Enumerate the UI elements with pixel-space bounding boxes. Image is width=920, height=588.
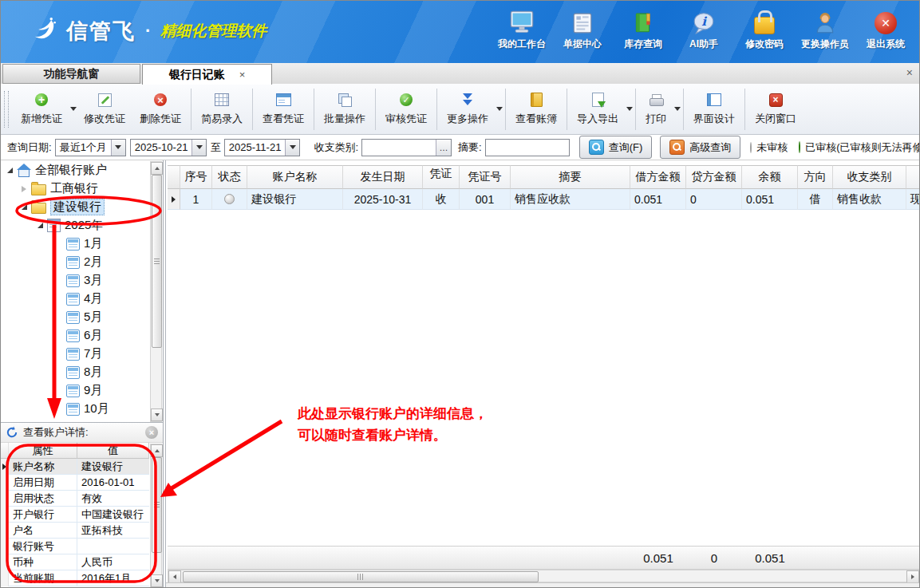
grid-horizontal-scrollbar[interactable] [168, 570, 920, 582]
tree-item-month[interactable]: 7月 [1, 345, 149, 363]
detail-scrollbar-thumb[interactable] [152, 457, 162, 553]
tab-close-icon[interactable]: × [239, 69, 246, 81]
tree-scrollbar[interactable] [150, 161, 162, 422]
import-export-dropdown-icon[interactable] [626, 107, 633, 111]
tree-item-all-accounts[interactable]: 全部银行账户 [1, 161, 149, 180]
col-balance[interactable]: 余额 [742, 165, 798, 189]
tab-nav-window[interactable]: 功能导航窗 [2, 64, 140, 84]
tree-item-month[interactable]: 3月 [1, 271, 149, 290]
scroll-left-icon[interactable] [168, 570, 181, 583]
cell-debit: 0.051 [630, 189, 686, 210]
detail-row[interactable]: 户名 亚拓科技 [1, 523, 149, 539]
tree-item-month[interactable]: 6月 [1, 326, 149, 345]
detail-row[interactable]: 账户名称 建设银行 [1, 459, 149, 475]
tree-item-month[interactable]: 10月 [1, 400, 149, 418]
nav-item-exit[interactable]: 退出系统 [855, 7, 916, 51]
expander-icon[interactable] [34, 223, 45, 228]
expander-icon[interactable] [18, 204, 30, 210]
audit-voucher-button[interactable]: 审核凭证 [378, 87, 434, 132]
tree-item-month[interactable]: 9月 [1, 381, 149, 400]
col-seq[interactable]: 序号 [180, 165, 212, 189]
print-dropdown-icon[interactable] [673, 107, 681, 111]
detail-row[interactable]: 开户银行 中国建设银行 [1, 507, 149, 523]
journal-row[interactable]: 1 建设银行 2025-10-31 收 001 销售应收款 0.051 0 0.… [168, 189, 920, 210]
search-button[interactable]: 查询(F) [579, 136, 653, 159]
scroll-down-icon[interactable] [151, 408, 163, 421]
monitor-icon [509, 7, 535, 34]
add-voucher-button[interactable]: 新增凭证 [14, 87, 69, 132]
more-actions-dropdown-icon[interactable] [496, 107, 503, 111]
nav-item-password[interactable]: 修改密码 [734, 7, 795, 51]
chevron-down-icon[interactable] [285, 140, 299, 156]
nav-item-workbench[interactable]: 我的工作台 [492, 7, 552, 51]
chevron-down-icon[interactable] [192, 140, 206, 156]
expander-icon[interactable] [4, 168, 15, 173]
tab-bank-journal[interactable]: 银行日记账 × [142, 64, 272, 85]
print-button[interactable]: 打印 [638, 87, 673, 132]
summary-input[interactable] [485, 139, 570, 156]
category-input[interactable] [362, 140, 436, 156]
date-preset-select[interactable]: 最近1个月 [55, 139, 126, 156]
scroll-down-icon[interactable] [151, 574, 163, 587]
panel-close-icon[interactable] [145, 426, 158, 439]
date-from-select[interactable]: 2025-10-21 [130, 139, 207, 156]
nav-item-inventory[interactable]: 库存查询 [613, 7, 673, 51]
refresh-icon[interactable] [6, 426, 18, 439]
col-voucher-type[interactable]: 凭证 [423, 165, 460, 189]
tree-item-month[interactable]: 5月 [1, 308, 149, 326]
category-picker-button[interactable]: … [436, 140, 451, 156]
col-date[interactable]: 发生日期 [343, 165, 423, 189]
scroll-up-icon[interactable] [151, 162, 163, 175]
col-summary[interactable]: 摘要 [511, 165, 630, 189]
col-category[interactable]: 收支类别 [833, 165, 906, 189]
delete-voucher-button[interactable]: 删除凭证 [132, 87, 188, 132]
scroll-right-icon[interactable] [906, 570, 919, 583]
grid-scrollbar-thumb[interactable] [183, 571, 539, 582]
date-to-select[interactable]: 2025-11-21 [224, 139, 301, 156]
col-direction[interactable]: 方向 [798, 165, 833, 189]
col-debit[interactable]: 借方金额 [630, 165, 686, 189]
scroll-up-icon[interactable] [151, 444, 163, 457]
detail-row[interactable]: 银行账号 [1, 539, 149, 554]
expander-icon[interactable] [18, 186, 30, 192]
add-voucher-dropdown-icon[interactable] [69, 107, 77, 111]
tree-item-2025[interactable]: 2025年 [1, 216, 149, 235]
nav-item-ai[interactable]: i AI助手 [673, 7, 734, 51]
close-window-button[interactable]: 关闭窗口 [748, 87, 804, 132]
nav-label: 修改密码 [745, 37, 784, 51]
chevron-down-icon[interactable] [111, 140, 125, 156]
tree-item-ccb[interactable]: 建设银行 [1, 198, 149, 216]
col-credit[interactable]: 贷方金额 [686, 165, 742, 189]
col-voucher-no[interactable]: 凭证号 [460, 165, 511, 189]
col-status[interactable]: 状态 [212, 165, 247, 189]
tree-scrollbar-thumb[interactable] [152, 175, 162, 348]
tree-item-month[interactable]: 1月 [1, 235, 149, 253]
detail-row[interactable]: 当前账期 2016年1月 [1, 570, 149, 586]
toolbar-separator [683, 89, 684, 130]
tree-item-icbc[interactable]: 工商银行 [1, 180, 149, 198]
detail-row[interactable]: 启用日期 2016-01-01 [1, 475, 149, 491]
nav-item-operator[interactable]: 更换操作员 [795, 7, 855, 51]
unaudited-status-icon[interactable] [750, 142, 752, 153]
edit-voucher-button[interactable]: 修改凭证 [77, 87, 132, 132]
detail-row[interactable]: 启用状态 有效 [1, 491, 149, 507]
audited-status-icon[interactable] [799, 141, 800, 153]
advanced-search-button[interactable]: 高级查询 [660, 136, 740, 159]
tree-item-label: 6月 [84, 328, 102, 343]
import-export-button[interactable]: 导入导出 [570, 87, 626, 132]
tree-item-month[interactable]: 4月 [1, 290, 149, 308]
more-actions-button[interactable]: 更多操作 [440, 87, 496, 132]
tree-item-month[interactable]: 2月 [1, 253, 149, 271]
ui-design-button[interactable]: 界面设计 [686, 87, 742, 132]
batch-actions-button[interactable]: 批量操作 [317, 87, 373, 132]
detail-scrollbar[interactable] [150, 444, 162, 588]
view-voucher-button[interactable]: 查看凭证 [255, 87, 311, 132]
detail-row[interactable]: 币种 人民币 [1, 554, 149, 570]
col-account[interactable]: 账户名称 [247, 165, 343, 189]
view-ledger-button[interactable]: 查看账簿 [508, 87, 564, 132]
easy-entry-button[interactable]: 简易录入 [194, 87, 250, 132]
col-extra[interactable] [906, 165, 920, 189]
strip-close-icon[interactable]: × [906, 66, 913, 79]
tree-item-month[interactable]: 8月 [1, 363, 149, 381]
nav-item-documents[interactable]: 单据中心 [552, 7, 613, 51]
